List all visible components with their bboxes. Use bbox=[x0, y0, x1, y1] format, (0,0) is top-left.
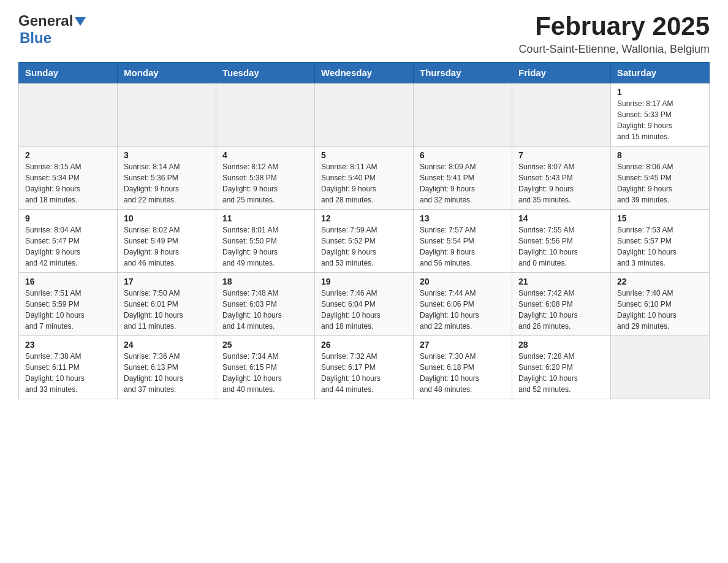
day-info: Sunrise: 7:53 AMSunset: 5:57 PMDaylight:… bbox=[617, 224, 703, 269]
day-info: Sunrise: 8:14 AMSunset: 5:36 PMDaylight:… bbox=[124, 161, 210, 205]
day-info: Sunrise: 7:38 AMSunset: 6:11 PMDaylight:… bbox=[25, 351, 111, 395]
day-number: 6 bbox=[420, 150, 506, 160]
logo-blue: Blue bbox=[20, 29, 51, 47]
logo: General Blue bbox=[18, 12, 86, 47]
header-row: SundayMondayTuesdayWednesdayThursdayFrid… bbox=[19, 63, 710, 83]
day-info: Sunrise: 7:50 AMSunset: 6:01 PMDaylight:… bbox=[124, 288, 210, 332]
calendar-cell bbox=[414, 83, 512, 147]
day-number: 3 bbox=[124, 150, 210, 160]
day-number: 2 bbox=[25, 150, 111, 160]
month-title: February 2025 bbox=[519, 12, 710, 40]
day-number: 1 bbox=[617, 87, 703, 97]
day-info: Sunrise: 8:15 AMSunset: 5:34 PMDaylight:… bbox=[25, 161, 111, 205]
calendar-cell: 5Sunrise: 8:11 AMSunset: 5:40 PMDaylight… bbox=[315, 147, 414, 210]
day-info: Sunrise: 7:46 AMSunset: 6:04 PMDaylight:… bbox=[321, 288, 407, 332]
calendar-cell bbox=[216, 83, 315, 147]
day-number: 21 bbox=[518, 277, 604, 286]
week-row-4: 16Sunrise: 7:51 AMSunset: 5:59 PMDayligh… bbox=[19, 273, 710, 336]
calendar-cell: 16Sunrise: 7:51 AMSunset: 5:59 PMDayligh… bbox=[19, 273, 118, 336]
header-thursday: Thursday bbox=[414, 63, 512, 83]
header-sunday: Sunday bbox=[19, 63, 118, 83]
day-info: Sunrise: 8:02 AMSunset: 5:49 PMDaylight:… bbox=[124, 224, 210, 269]
day-number: 7 bbox=[518, 150, 604, 160]
day-number: 17 bbox=[124, 277, 210, 286]
day-number: 28 bbox=[518, 340, 604, 350]
calendar-cell: 2Sunrise: 8:15 AMSunset: 5:34 PMDaylight… bbox=[19, 147, 118, 210]
day-number: 16 bbox=[25, 277, 111, 286]
day-info: Sunrise: 8:07 AMSunset: 5:43 PMDaylight:… bbox=[518, 161, 604, 205]
day-info: Sunrise: 7:40 AMSunset: 6:10 PMDaylight:… bbox=[617, 288, 703, 332]
calendar-cell: 3Sunrise: 8:14 AMSunset: 5:36 PMDaylight… bbox=[118, 147, 216, 210]
logo-general: General bbox=[18, 12, 73, 29]
day-info: Sunrise: 8:11 AMSunset: 5:40 PMDaylight:… bbox=[321, 161, 407, 205]
calendar-cell: 23Sunrise: 7:38 AMSunset: 6:11 PMDayligh… bbox=[19, 336, 118, 399]
day-number: 10 bbox=[124, 213, 210, 223]
week-row-2: 2Sunrise: 8:15 AMSunset: 5:34 PMDaylight… bbox=[19, 147, 710, 210]
day-number: 22 bbox=[617, 277, 703, 286]
calendar-cell: 22Sunrise: 7:40 AMSunset: 6:10 PMDayligh… bbox=[611, 273, 710, 336]
day-info: Sunrise: 8:06 AMSunset: 5:45 PMDaylight:… bbox=[617, 161, 703, 205]
calendar-cell: 11Sunrise: 8:01 AMSunset: 5:50 PMDayligh… bbox=[216, 210, 315, 273]
header-monday: Monday bbox=[118, 63, 216, 83]
day-info: Sunrise: 7:42 AMSunset: 6:08 PMDaylight:… bbox=[518, 288, 604, 332]
day-info: Sunrise: 7:32 AMSunset: 6:17 PMDaylight:… bbox=[321, 351, 407, 395]
calendar-cell bbox=[315, 83, 414, 147]
header-friday: Friday bbox=[512, 63, 611, 83]
calendar-cell: 26Sunrise: 7:32 AMSunset: 6:17 PMDayligh… bbox=[315, 336, 414, 399]
calendar-cell: 18Sunrise: 7:48 AMSunset: 6:03 PMDayligh… bbox=[216, 273, 315, 336]
calendar-cell bbox=[611, 336, 710, 399]
day-info: Sunrise: 8:12 AMSunset: 5:38 PMDaylight:… bbox=[222, 161, 308, 205]
day-info: Sunrise: 7:48 AMSunset: 6:03 PMDaylight:… bbox=[222, 288, 308, 332]
calendar-cell bbox=[512, 83, 611, 147]
header-wednesday: Wednesday bbox=[315, 63, 414, 83]
title-section: February 2025 Court-Saint-Etienne, Wallo… bbox=[519, 12, 710, 56]
calendar-cell: 1Sunrise: 8:17 AMSunset: 5:33 PMDaylight… bbox=[611, 83, 710, 147]
calendar-cell: 14Sunrise: 7:55 AMSunset: 5:56 PMDayligh… bbox=[512, 210, 611, 273]
calendar-cell: 9Sunrise: 8:04 AMSunset: 5:47 PMDaylight… bbox=[19, 210, 118, 273]
page-header: General Blue February 2025 Court-Saint-E… bbox=[18, 12, 710, 56]
calendar-cell: 28Sunrise: 7:28 AMSunset: 6:20 PMDayligh… bbox=[512, 336, 611, 399]
day-info: Sunrise: 8:01 AMSunset: 5:50 PMDaylight:… bbox=[222, 224, 308, 269]
calendar-cell: 13Sunrise: 7:57 AMSunset: 5:54 PMDayligh… bbox=[414, 210, 512, 273]
calendar-cell: 6Sunrise: 8:09 AMSunset: 5:41 PMDaylight… bbox=[414, 147, 512, 210]
logo-triangle-icon bbox=[75, 17, 86, 26]
day-number: 13 bbox=[420, 213, 506, 223]
day-number: 14 bbox=[518, 213, 604, 223]
day-number: 9 bbox=[25, 213, 111, 223]
day-number: 15 bbox=[617, 213, 703, 223]
calendar-cell: 8Sunrise: 8:06 AMSunset: 5:45 PMDaylight… bbox=[611, 147, 710, 210]
day-number: 23 bbox=[25, 340, 111, 350]
calendar-cell: 21Sunrise: 7:42 AMSunset: 6:08 PMDayligh… bbox=[512, 273, 611, 336]
calendar-cell: 27Sunrise: 7:30 AMSunset: 6:18 PMDayligh… bbox=[414, 336, 512, 399]
calendar-cell: 7Sunrise: 8:07 AMSunset: 5:43 PMDaylight… bbox=[512, 147, 611, 210]
calendar-cell: 10Sunrise: 8:02 AMSunset: 5:49 PMDayligh… bbox=[118, 210, 216, 273]
calendar-cell: 20Sunrise: 7:44 AMSunset: 6:06 PMDayligh… bbox=[414, 273, 512, 336]
day-info: Sunrise: 7:59 AMSunset: 5:52 PMDaylight:… bbox=[321, 224, 407, 269]
day-number: 26 bbox=[321, 340, 407, 350]
day-number: 24 bbox=[124, 340, 210, 350]
day-number: 12 bbox=[321, 213, 407, 223]
header-tuesday: Tuesday bbox=[216, 63, 315, 83]
calendar-cell: 15Sunrise: 7:53 AMSunset: 5:57 PMDayligh… bbox=[611, 210, 710, 273]
calendar-table: SundayMondayTuesdayWednesdayThursdayFrid… bbox=[18, 62, 710, 399]
week-row-1: 1Sunrise: 8:17 AMSunset: 5:33 PMDaylight… bbox=[19, 83, 710, 147]
day-number: 18 bbox=[222, 277, 308, 286]
calendar-cell: 24Sunrise: 7:36 AMSunset: 6:13 PMDayligh… bbox=[118, 336, 216, 399]
day-number: 5 bbox=[321, 150, 407, 160]
day-number: 11 bbox=[222, 213, 308, 223]
calendar-cell: 4Sunrise: 8:12 AMSunset: 5:38 PMDaylight… bbox=[216, 147, 315, 210]
calendar-cell bbox=[19, 83, 118, 147]
day-info: Sunrise: 8:17 AMSunset: 5:33 PMDaylight:… bbox=[617, 98, 703, 142]
day-info: Sunrise: 7:44 AMSunset: 6:06 PMDaylight:… bbox=[420, 288, 506, 332]
day-number: 19 bbox=[321, 277, 407, 286]
day-number: 25 bbox=[222, 340, 308, 350]
calendar-cell: 19Sunrise: 7:46 AMSunset: 6:04 PMDayligh… bbox=[315, 273, 414, 336]
calendar-cell: 17Sunrise: 7:50 AMSunset: 6:01 PMDayligh… bbox=[118, 273, 216, 336]
day-number: 4 bbox=[222, 150, 308, 160]
week-row-5: 23Sunrise: 7:38 AMSunset: 6:11 PMDayligh… bbox=[19, 336, 710, 399]
day-info: Sunrise: 7:57 AMSunset: 5:54 PMDaylight:… bbox=[420, 224, 506, 269]
calendar-cell: 12Sunrise: 7:59 AMSunset: 5:52 PMDayligh… bbox=[315, 210, 414, 273]
header-saturday: Saturday bbox=[611, 63, 710, 83]
day-number: 27 bbox=[420, 340, 506, 350]
day-number: 20 bbox=[420, 277, 506, 286]
